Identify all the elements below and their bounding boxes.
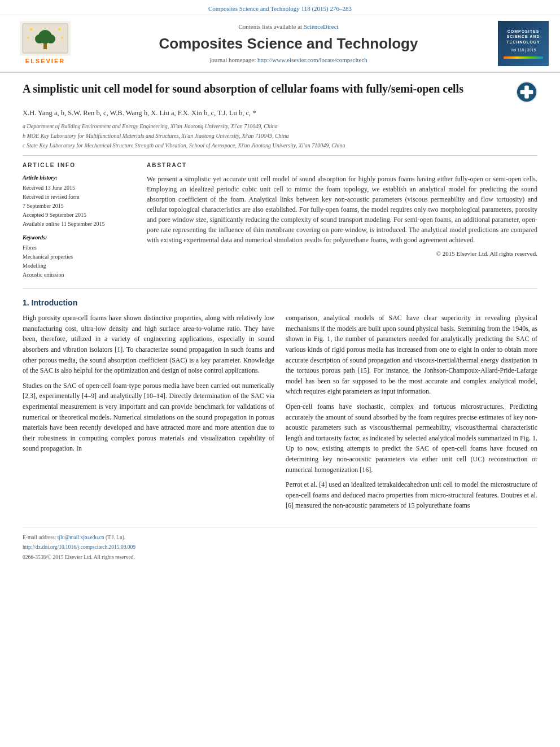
copyright-text: © 2015 Elsevier Ltd. All rights reserved… [147, 250, 537, 258]
affiliation-a: a Department of Building Environment and… [23, 122, 537, 130]
authors-line: X.H. Yang a, b, S.W. Ren b, c, W.B. Wang… [23, 108, 537, 119]
keywords-label: Keywords: [23, 234, 135, 242]
intro-paragraph-1: High porosity open-cell foams have shown… [23, 313, 274, 376]
svg-point-6 [30, 28, 32, 30]
received-date: Received 13 June 2015 [23, 184, 135, 192]
accepted-date: Accepted 9 September 2015 [23, 211, 135, 219]
online-date: Available online 11 September 2015 [23, 220, 135, 228]
homepage-line: journal homepage: http://www.elsevier.co… [85, 56, 492, 64]
keyword-2: Mechanical properties [23, 253, 135, 261]
keywords-section: Keywords: Fibres Mechanical properties M… [23, 234, 135, 279]
article-title-section: A simplistic unit cell model for sound a… [23, 81, 537, 103]
intro-paragraph-right-2: Open-cell foams have stochastic, complex… [286, 401, 537, 475]
section-title: Introduction [32, 298, 78, 307]
elsevier-wordmark: ELSEVIER [25, 57, 65, 65]
email-label: E-mail address: [23, 535, 56, 540]
journal-cover-image: COMPOSITES SCIENCE AND TECHNOLOGY Vol 11… [498, 21, 549, 66]
journal-volume-link[interactable]: Composites Science and Technology 118 (2… [208, 5, 352, 12]
svg-point-7 [58, 28, 60, 30]
intro-paragraph-right-3: Perrot et al. [4] used an idealized tetr… [286, 479, 537, 511]
body-col-right: comparison, analytical models of SAC hav… [286, 313, 537, 516]
cover-volume: Vol 118 | 2015 [511, 47, 536, 53]
abstract-column: ABSTRACT We present a simplistic yet acc… [147, 161, 537, 280]
journal-center: Contents lists available at ScienceDirec… [85, 23, 492, 65]
intro-paragraph-right-1: comparison, analytical models of SAC hav… [286, 313, 537, 397]
footnote-section: E-mail address: tjlu@mail.xjtu.edu.cn (T… [23, 527, 537, 561]
divider-1 [23, 155, 537, 156]
svg-point-5 [46, 34, 55, 43]
body-two-col: High porosity open-cell foams have shown… [23, 313, 537, 516]
journal-header: ELSEVIER Contents lists available at Sci… [0, 15, 560, 73]
issn-line: 0266-3538/© 2015 Elsevier Ltd. All right… [23, 554, 537, 561]
email-link[interactable]: tjlu@mail.xjtu.edu.cn [58, 535, 104, 540]
journal-title: Composites Science and Technology [85, 33, 492, 54]
article-info-abstract-row: ARTICLE INFO Article history: Received 1… [23, 161, 537, 280]
affiliation-b: b MOE Key Laboratory for Multifunctional… [23, 132, 537, 140]
keyword-3: Modelling [23, 262, 135, 270]
homepage-label: journal homepage: [209, 56, 256, 63]
elsevier-tree-icon [20, 21, 71, 56]
intro-section-header: 1. Introduction [23, 298, 537, 309]
main-content: A simplistic unit cell model for sound a… [0, 73, 560, 572]
keyword-4: Acoustic emission [23, 271, 135, 279]
doi-line: http://dx.doi.org/10.1016/j.compscitech.… [23, 544, 537, 551]
contents-available-text: Contents lists available at ScienceDirec… [85, 23, 492, 31]
svg-rect-13 [520, 90, 533, 94]
sciencedirect-link[interactable]: ScienceDirect [304, 23, 339, 30]
affiliations: a Department of Building Environment and… [23, 122, 537, 150]
homepage-url-link[interactable]: http://www.elsevier.com/locate/compscite… [257, 56, 368, 63]
article-info-column: ARTICLE INFO Article history: Received 1… [23, 161, 135, 280]
intro-paragraph-2: Studies on the SAC of open-cell foam-typ… [23, 381, 274, 454]
affiliation-c: c State Key Laboratory for Mechanical St… [23, 141, 537, 150]
revised-label: Received in revised form [23, 193, 135, 201]
article-history-label: Article history: [23, 174, 135, 182]
keyword-1: Fibres [23, 244, 135, 252]
svg-point-8 [28, 37, 29, 39]
divider-2 [23, 289, 537, 289]
email-person: (T.J. Lu). [106, 535, 125, 540]
abstract-text: We present a simplistic yet accurate uni… [147, 174, 537, 245]
doi-link[interactable]: http://dx.doi.org/10.1016/j.compscitech.… [23, 544, 135, 550]
article-title: A simplistic unit cell model for sound a… [23, 81, 510, 96]
elsevier-logo-area: ELSEVIER [11, 21, 79, 65]
svg-point-4 [35, 34, 44, 43]
revised-date: 7 September 2015 [23, 202, 135, 210]
cover-title: COMPOSITES SCIENCE AND TECHNOLOGY [500, 29, 546, 45]
section-number: 1. [23, 298, 29, 307]
svg-point-9 [62, 37, 63, 39]
contents-static-text: Contents lists available at [238, 23, 302, 30]
article-info-label: ARTICLE INFO [23, 161, 135, 169]
crossmark-icon [516, 81, 537, 103]
top-bar: Composites Science and Technology 118 (2… [0, 0, 560, 15]
body-col-left: High porosity open-cell foams have shown… [23, 313, 274, 516]
abstract-label: ABSTRACT [147, 161, 537, 169]
email-note: E-mail address: tjlu@mail.xjtu.edu.cn (T… [23, 534, 537, 541]
